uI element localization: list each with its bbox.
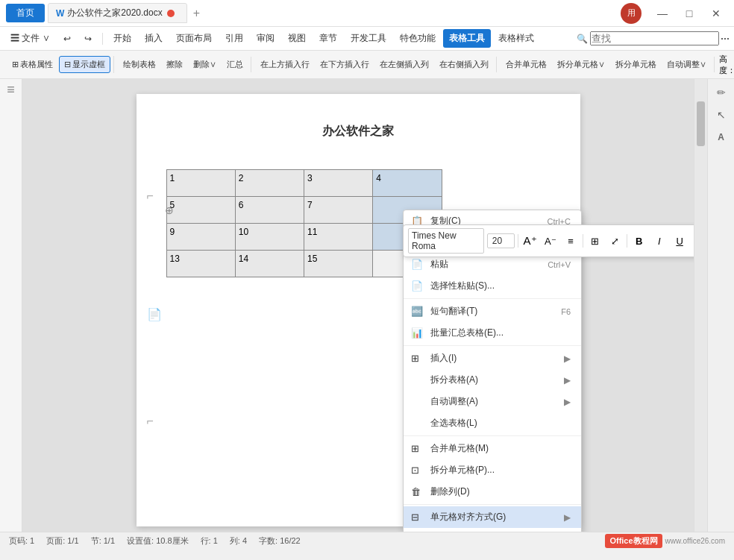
summary-btn[interactable]: 汇总 bbox=[222, 57, 248, 72]
table-row: 13 14 15 bbox=[166, 251, 442, 277]
home-tab[interactable]: 首页 bbox=[6, 4, 45, 22]
cell-1-3[interactable]: 3 bbox=[304, 170, 373, 197]
ctx-delete-col[interactable]: 🗑 删除列(D) bbox=[404, 481, 581, 503]
close-button[interactable]: ✕ bbox=[704, 4, 728, 22]
ctx-batch-label: 批量汇总表格(E)... bbox=[430, 327, 504, 339]
split-table-btn[interactable]: 拆分单元格 bbox=[611, 57, 661, 72]
float-bold-btn[interactable]: B bbox=[630, 232, 647, 250]
ctx-translate[interactable]: 🔤 短句翻译(T) F6 bbox=[404, 301, 581, 322]
size-group: 高度： − + 宽度： − + bbox=[716, 54, 734, 76]
table-row: 9 10 11 bbox=[166, 224, 442, 251]
word-count: 字数: 16/22 bbox=[259, 535, 301, 547]
ctx-sep-3 bbox=[404, 435, 581, 436]
draw-table-btn[interactable]: 绘制表格 bbox=[119, 57, 160, 72]
cell-1-2[interactable]: 2 bbox=[235, 170, 304, 197]
search-input[interactable] bbox=[590, 31, 719, 45]
auto-adjust-btn[interactable]: 自动调整∨ bbox=[662, 57, 711, 72]
ctx-paste-special[interactable]: 📄 选择性粘贴(S)... bbox=[404, 275, 581, 297]
ctx-border[interactable]: 边框和底纹(B)... bbox=[404, 528, 581, 532]
redo-btn[interactable]: ↪ bbox=[78, 31, 98, 47]
office-url: www.office26.com bbox=[665, 537, 725, 545]
cell-4-1[interactable]: 13 bbox=[166, 251, 235, 277]
menu-view[interactable]: 视图 bbox=[282, 29, 312, 48]
float-italic-btn[interactable]: I bbox=[650, 232, 668, 250]
document-title: 办公软件之家 bbox=[166, 124, 550, 139]
delete-btn[interactable]: 删除∨ bbox=[189, 57, 221, 72]
cell-3-3[interactable]: 11 bbox=[304, 224, 373, 251]
cell-3-1[interactable]: 9 bbox=[166, 224, 235, 251]
tool-pen-btn[interactable]: ✏ bbox=[712, 84, 730, 101]
ctx-merge[interactable]: ⊞ 合并单元格(M) bbox=[404, 438, 581, 459]
cell-1-1[interactable]: 1 bbox=[166, 170, 235, 197]
insert-row-below-btn[interactable]: 在下方插入行 bbox=[316, 57, 374, 72]
float-font-size[interactable]: 20 bbox=[487, 233, 515, 248]
erase-btn[interactable]: 擦除 bbox=[162, 57, 187, 72]
menu-insert[interactable]: 插入 bbox=[139, 29, 169, 48]
menu-table-tools[interactable]: 表格工具 bbox=[443, 29, 491, 48]
menu-file[interactable]: ☰ 文件 ∨ bbox=[4, 29, 56, 48]
float-increase-font-btn[interactable]: A⁺ bbox=[521, 232, 539, 250]
table-properties-btn[interactable]: ⊞ 表格属性 bbox=[7, 57, 57, 72]
page-corner-mark-bot: ⌐ bbox=[147, 415, 154, 428]
undo-btn[interactable]: ↩ bbox=[57, 31, 77, 47]
ctx-insert[interactable]: ⊞ 插入(I) ▶ bbox=[404, 347, 581, 369]
floating-toolbar: Times New Roma 20 A⁺ A⁻ ≡ ⊞ ⤢ B I U A̲ Ā… bbox=[403, 224, 694, 257]
doc-tab[interactable]: W 办公软件之家2020.docx bbox=[48, 3, 187, 23]
maximize-button[interactable]: □ bbox=[677, 4, 701, 22]
cell-2-3[interactable]: 7 bbox=[304, 197, 373, 224]
insert-row-above-btn[interactable]: 在上方插入行 bbox=[256, 57, 314, 72]
cell-1-4[interactable]: 4 bbox=[373, 170, 442, 197]
scrollbar-track[interactable] bbox=[694, 79, 707, 532]
ctx-batch-summary[interactable]: 📊 批量汇总表格(E)... bbox=[404, 322, 581, 344]
sidebar-toggle[interactable]: ≡ bbox=[0, 79, 22, 101]
float-underline-btn[interactable]: U bbox=[671, 232, 688, 250]
show-virtual-frame-btn[interactable]: ⊟ 显示虚框 bbox=[59, 56, 110, 73]
menu-layout[interactable]: 页面布局 bbox=[170, 29, 218, 48]
split-cells-btn[interactable]: 拆分单元格∨ bbox=[553, 57, 609, 72]
menu-start[interactable]: 开始 bbox=[107, 29, 137, 48]
user-avatar[interactable]: 用 bbox=[621, 3, 642, 24]
right-scrollbar[interactable] bbox=[694, 79, 707, 532]
menu-review[interactable]: 审阅 bbox=[251, 29, 280, 48]
ctx-cell-align[interactable]: ⊟ 单元格对齐方式(G) ▶ bbox=[404, 506, 581, 528]
insert-row-group: 在上方插入行 在下方插入行 在左侧插入列 在右侧插入列 bbox=[253, 57, 497, 72]
row-info: 行: 1 bbox=[201, 535, 218, 547]
insert-col-left-btn[interactable]: 在左侧插入列 bbox=[375, 57, 433, 72]
tool-cursor-btn[interactable]: ↖ bbox=[712, 106, 730, 124]
float-font-selector[interactable]: Times New Roma bbox=[408, 228, 484, 254]
menu-table-style[interactable]: 表格样式 bbox=[492, 29, 540, 48]
cell-3-2[interactable]: 10 bbox=[235, 224, 304, 251]
add-tab-button[interactable]: + bbox=[193, 7, 200, 20]
float-highlight-btn[interactable]: A̲ bbox=[691, 232, 694, 250]
float-table-icon[interactable]: ⊞ bbox=[586, 232, 603, 250]
tool-a-btn[interactable]: A bbox=[712, 128, 730, 146]
ctx-auto-fit-label: 自动调整(A) bbox=[430, 395, 478, 408]
menu-ref[interactable]: 引用 bbox=[219, 29, 249, 48]
float-sep-1 bbox=[518, 234, 518, 248]
search-box[interactable]: 🔍 bbox=[577, 31, 719, 45]
minimize-button[interactable]: — bbox=[650, 4, 674, 22]
float-line-spacing-btn[interactable]: ≡ bbox=[562, 232, 579, 250]
cell-2-2[interactable]: 6 bbox=[235, 197, 304, 224]
menu-special[interactable]: 特色功能 bbox=[394, 29, 442, 48]
cell-4-3[interactable]: 15 bbox=[304, 251, 373, 277]
float-expand-btn[interactable]: ⤢ bbox=[606, 232, 624, 250]
insert-col-right-btn[interactable]: 在右侧插入列 bbox=[435, 57, 493, 72]
float-decrease-font-btn[interactable]: A⁻ bbox=[542, 232, 559, 250]
merge-cells-btn[interactable]: 合并单元格 bbox=[501, 57, 551, 72]
ctx-auto-fit[interactable]: 自动调整(A) ▶ bbox=[404, 391, 581, 412]
left-sidebar: ≡ bbox=[0, 79, 22, 532]
scrollbar-thumb[interactable] bbox=[697, 101, 705, 146]
toolbar-more-btn[interactable]: ⋯ bbox=[721, 34, 730, 44]
sep1 bbox=[102, 33, 103, 45]
cell-4-2[interactable]: 14 bbox=[235, 251, 304, 277]
ctx-split-table[interactable]: 拆分表格(A) ▶ bbox=[404, 369, 581, 391]
menu-dev[interactable]: 开发工具 bbox=[345, 29, 392, 48]
menu-section[interactable]: 章节 bbox=[313, 29, 343, 48]
table-move-handle[interactable]: ⊕ bbox=[165, 204, 174, 216]
ctx-select-all[interactable]: 全选表格(L) bbox=[404, 412, 581, 434]
context-menu: 📋 复制(C) Ctrl+C ✂ 剪切(T) Ctrl+X 📄 粘贴 Ctrl+… bbox=[403, 210, 582, 532]
cell-2-1[interactable]: 5 bbox=[166, 197, 235, 224]
ctx-split[interactable]: ⊡ 拆分单元格(P)... bbox=[404, 459, 581, 481]
doc-status-dot bbox=[167, 10, 175, 17]
